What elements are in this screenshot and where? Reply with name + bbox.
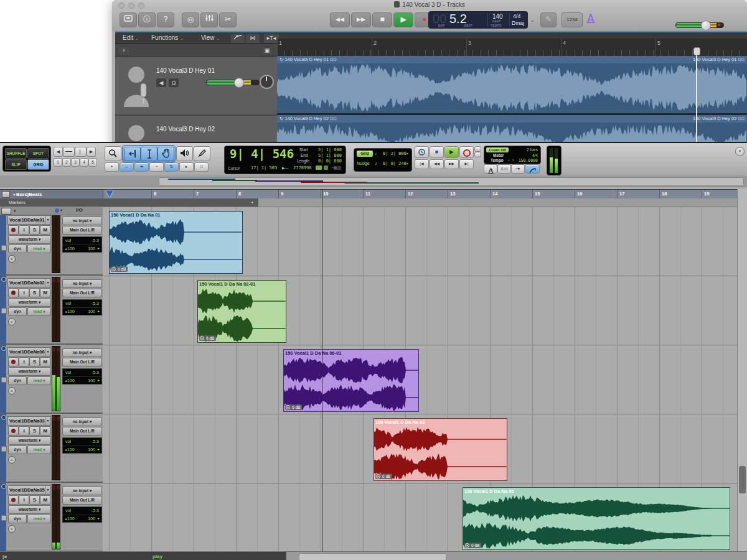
automation-mode-button[interactable]: read ▾ [27, 515, 51, 523]
grid-dropdown-icon[interactable]: ▾ [406, 151, 408, 156]
solo-button[interactable]: S [29, 357, 40, 366]
vertical-scrollbar[interactable] [737, 189, 747, 552]
input-monitor-button[interactable]: I [19, 288, 29, 297]
dyn-button[interactable]: dyn [8, 307, 27, 316]
rewind-button[interactable]: ◀◀ [330, 12, 350, 27]
pt-forward-button[interactable]: ▶▶ [444, 159, 459, 169]
audio-clip[interactable]: 150 Vocal1 D Da Na 06-01+0 dB [283, 349, 419, 412]
tempo-label[interactable]: Tempo [491, 158, 504, 162]
input-selector[interactable]: no input ▾ [62, 348, 102, 357]
pan-knob[interactable] [260, 75, 274, 89]
overview-thumb[interactable] [159, 177, 744, 186]
conductor-icon[interactable] [525, 164, 540, 174]
midi-merge-icon[interactable]: ⌐▸ [511, 164, 525, 174]
grid-value[interactable]: 0| 2| 000 [383, 151, 406, 156]
freeze-icon[interactable] [1, 245, 7, 251]
sel-start-value[interactable]: 5| 1| 000 [318, 147, 342, 152]
dyn-button[interactable]: dyn [8, 376, 27, 385]
track-name[interactable]: Vocal1DDaNa03▾ [7, 416, 51, 426]
dyn-button[interactable]: dyn [8, 515, 27, 523]
zoomer-tool-icon[interactable] [105, 146, 121, 161]
logic-track-1[interactable]: 140 Vocal3 D Hey 01 ◀ Ω [115, 57, 277, 116]
track-header-row[interactable]: Vocal1DDaNa03▾ISMwaveform ▾dynread ▾ono … [0, 414, 103, 483]
track-name-dropdown-icon[interactable]: ▾ [45, 216, 50, 224]
scissors-icon[interactable]: ✂ [219, 12, 237, 27]
input-monitor-button[interactable]: I [19, 357, 29, 366]
play-button[interactable]: ▶ [393, 12, 413, 27]
insertion-follows-icon[interactable]: ~ [149, 162, 164, 172]
track-name[interactable]: Vocal1DDaNa05▾ [7, 485, 51, 495]
record-enable-button[interactable] [8, 225, 19, 235]
bottom-left-icon[interactable]: |◂ [2, 554, 6, 559]
tempo-value[interactable]: 150.0000 [519, 158, 538, 163]
freeze-icon[interactable] [1, 515, 7, 521]
count-in-button[interactable]: 1234 [561, 12, 583, 27]
pt-record-button[interactable] [459, 146, 474, 158]
grid-note-icon[interactable]: ♩ [375, 151, 380, 156]
forward-button[interactable]: ▶▶ [351, 12, 371, 27]
track-name-dropdown-icon[interactable]: ▾ [45, 417, 50, 425]
link-timeline-icon[interactable]: ↔ [120, 162, 134, 172]
transport-expand-bottom-icon[interactable] [474, 152, 481, 157]
track-view-selector[interactable]: waveform ▾ [8, 436, 51, 445]
edit-insertion-marker[interactable] [106, 190, 113, 197]
track-select-dot[interactable] [1, 346, 6, 351]
vscroll-thumb[interactable] [739, 466, 746, 493]
nudge-value[interactable]: 0| 0| 240 [383, 161, 406, 166]
elastic-audio-icon[interactable]: o [8, 456, 16, 464]
input-monitor-button[interactable]: I [19, 495, 29, 505]
input-selector[interactable]: no input ▾ [62, 487, 102, 495]
solo-button[interactable]: S [29, 288, 40, 297]
link-track-icon[interactable]: ↠ [134, 162, 149, 172]
track-color-strip[interactable] [0, 207, 6, 274]
info-icon[interactable]: ⓘ [138, 12, 156, 27]
track-header-row[interactable]: Vocal1DDaNa01▾ISMwaveform ▾dynread ▾ono … [0, 207, 103, 276]
meter-label[interactable]: Meter [493, 153, 504, 157]
panel-toggle-icon[interactable]: ▣ [261, 46, 273, 56]
master-volume-slider[interactable] [675, 22, 724, 28]
elastic-audio-icon[interactable]: o [8, 525, 16, 533]
audio-clip[interactable]: 150 Vocal1 D Da Na 01+0 dB [109, 211, 243, 274]
input-monitor-button[interactable]: I [19, 426, 29, 436]
solo-button[interactable]: S [29, 225, 40, 235]
track-name-dropdown-icon[interactable]: ▾ [45, 486, 50, 494]
freeze-icon[interactable] [1, 377, 7, 383]
track-view-selector[interactable]: waveform ▾ [8, 235, 51, 244]
go-to-end-button[interactable]: ▶| [459, 159, 474, 169]
volume-pan-display[interactable]: vol-5.3◄100100► [62, 506, 102, 523]
stop-button[interactable]: ■ [372, 12, 392, 27]
count-in-icon[interactable]: ((♪)) [497, 164, 511, 174]
record-enable-button[interactable] [8, 288, 19, 297]
solo-button[interactable]: S [29, 426, 40, 436]
volume-pan-display[interactable]: vol-5.3◄100100► [62, 368, 102, 385]
elastic-audio-icon[interactable]: o [8, 255, 16, 263]
volume-knob[interactable] [701, 21, 711, 30]
loop-playback-icon[interactable]: ▸ [179, 162, 194, 172]
logic-region[interactable]: ↻ 140 Vocal3 D Hey 01 ΩΩ140 Vocal3 D Hey… [277, 56, 747, 115]
online-button[interactable] [415, 146, 429, 158]
library-icon[interactable] [120, 12, 137, 27]
lcd-display[interactable]: 00 5.2 BAR BEAT 140 KEEP TEMPO 4/4 Dmaj [428, 11, 528, 29]
output-selector[interactable]: Main Out L/R [62, 289, 102, 297]
add-marker-icon[interactable]: + [251, 198, 254, 207]
counter-dropdown-icon[interactable]: ▾ [292, 152, 294, 157]
clip-gain-badge[interactable]: +0 dB [285, 404, 302, 410]
clip-gain-badge[interactable]: +0 dB [111, 266, 128, 272]
output-selector[interactable]: Main Out L/R [62, 427, 102, 436]
clip-gain-badge[interactable]: +0 dB [375, 474, 392, 479]
markers-ruler[interactable]: Markers + [0, 198, 747, 207]
lcd-chevron-icon[interactable]: ⌄ [530, 17, 535, 23]
grabber-tool-icon[interactable] [157, 147, 174, 161]
track-select-dot[interactable] [1, 415, 6, 420]
volume-pan-display[interactable]: vol-5.3◄100100► [62, 299, 102, 315]
freeze-icon[interactable] [1, 446, 7, 452]
count-off-button[interactable]: Count Off [486, 147, 509, 152]
track-name[interactable]: Vocal1DDaNa02▾ [7, 278, 51, 287]
metronome-icon[interactable] [484, 164, 497, 174]
tuner-icon[interactable] [586, 14, 595, 26]
elastic-audio-icon[interactable]: o [8, 318, 16, 325]
headphones-icon[interactable]: Ω [169, 78, 179, 87]
mute-button[interactable]: M [40, 495, 50, 505]
grid-button[interactable]: Grid [357, 151, 373, 157]
automation-icon[interactable] [230, 34, 245, 44]
